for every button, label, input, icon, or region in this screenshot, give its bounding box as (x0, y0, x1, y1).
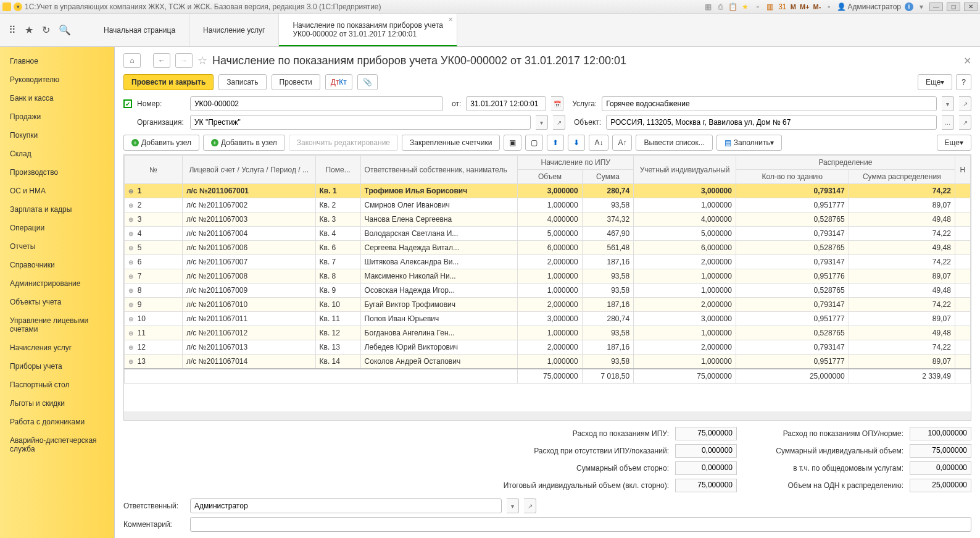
output-list-button[interactable]: Вывести список... (636, 135, 712, 151)
col-vol[interactable]: Объем (518, 170, 582, 184)
col-acc[interactable]: Лицевой счет / Услуга / Период / ... (182, 156, 315, 184)
responsible-dropdown-button[interactable]: ▾ (507, 498, 519, 513)
tab[interactable]: Начальная страница (90, 14, 189, 46)
col-n[interactable]: Н (955, 156, 970, 184)
expand-icon[interactable]: ⊕ (128, 273, 133, 280)
org-dropdown-button[interactable]: ▾ (536, 115, 548, 130)
sidebar-item[interactable]: Главное (0, 52, 114, 70)
responsible-open-button[interactable]: ↗ (524, 498, 536, 513)
col-ipu[interactable]: Начисление по ИПУ (518, 156, 634, 170)
expand-icon[interactable]: ⊕ (128, 358, 133, 365)
home-button[interactable]: ⌂ (123, 53, 141, 68)
sidebar-item[interactable]: Аварийно-диспетчерская служба (0, 431, 114, 458)
table-row[interactable]: ⊕ 6л/с №2011067007Кв. 7Шитякова Александ… (125, 255, 971, 269)
icon-6[interactable]: ▥ (766, 2, 774, 11)
table-row[interactable]: ⊕ 4л/с №2011067004Кв. 4Володарская Светл… (125, 227, 971, 241)
col-dsum[interactable]: Сумма распределения (849, 170, 955, 184)
data-grid[interactable]: № Лицевой счет / Услуга / Период / ... П… (124, 155, 971, 384)
tab[interactable]: Начисление услуг (189, 14, 279, 46)
expand-icon[interactable]: ⊕ (128, 230, 133, 237)
col-sum[interactable]: Сумма (582, 170, 634, 184)
table-row[interactable]: ⊕ 7л/с №2011067008Кв. 8Максименко Никола… (125, 269, 971, 284)
sort-asc-button[interactable]: A↓ (589, 135, 608, 151)
m-icon[interactable]: M (791, 3, 796, 11)
date-field[interactable]: 31.01.2017 12:00:01 (466, 96, 546, 111)
calendar-icon[interactable]: 31 (778, 2, 787, 11)
sidebar-item[interactable]: Льготы и скидки (0, 394, 114, 413)
horizontal-scrollbar[interactable] (124, 411, 971, 420)
apps-icon[interactable]: ⠿ (9, 24, 16, 36)
bookmark-icon[interactable]: ☆ (197, 54, 207, 67)
favorite-icon[interactable]: ★ (741, 2, 750, 11)
sidebar-item[interactable]: Зарплата и кадры (0, 200, 114, 219)
object-open-button[interactable]: ↗ (959, 115, 971, 130)
move-up-button[interactable]: ⬆ (547, 135, 564, 151)
table-row[interactable]: ⊕ 1л/с №2011067001Кв. 1Трофимов Илья Бор… (125, 184, 971, 198)
add-into-node-button[interactable]: +Добавить в узел (203, 135, 285, 151)
menu-dropdown-icon[interactable]: ▾ (14, 2, 22, 11)
org-open-button[interactable]: ↗ (553, 115, 565, 130)
col-qty[interactable]: Кол-во по зданию (736, 170, 849, 184)
sidebar-item[interactable]: Справочники (0, 256, 114, 274)
fill-button[interactable]: ▤Заполнить ▾ (716, 135, 782, 151)
expand-icon[interactable]: ⊕ (128, 344, 133, 351)
pinned-counters-button[interactable]: Закрепленные счетчики (402, 135, 500, 151)
service-open-button[interactable]: ↗ (959, 96, 971, 111)
sidebar-item[interactable]: Банк и касса (0, 89, 114, 107)
sidebar-item[interactable]: Отчеты (0, 237, 114, 256)
expand-icon[interactable]: ⊕ (128, 202, 133, 209)
expand-icon[interactable]: ⊕ (128, 287, 133, 294)
table-row[interactable]: ⊕ 11л/с №2011067012Кв. 12Богданова Ангел… (125, 326, 971, 340)
sidebar-item[interactable]: Управление лицевыми счетами (0, 311, 114, 338)
history-icon[interactable]: ↻ (42, 24, 50, 36)
sidebar-item[interactable]: Приборы учета (0, 357, 114, 376)
close-window-button[interactable]: ✕ (964, 2, 978, 11)
forward-button[interactable]: → (175, 53, 193, 68)
expand-icon[interactable]: ⊕ (128, 259, 133, 266)
tab-close-icon[interactable]: ✕ (448, 16, 453, 23)
expand-icon[interactable]: ⊕ (128, 316, 133, 322)
responsible-field[interactable]: Администратор (190, 498, 502, 513)
expand-icon[interactable]: ⊕ (128, 301, 133, 308)
maximize-button[interactable]: ◻ (947, 2, 960, 11)
object-more-button[interactable]: … (942, 115, 954, 130)
minimize-button[interactable]: — (929, 2, 943, 11)
icon-1[interactable]: ▦ (704, 2, 713, 11)
dtkt-button[interactable]: ДтКт (325, 74, 352, 90)
back-button[interactable]: ← (153, 53, 170, 68)
icon-5[interactable]: ▫ (754, 2, 762, 11)
sidebar-item[interactable]: Администрирование (0, 274, 114, 293)
table-row[interactable]: ⊕ 13л/с №2011067014Кв. 14Соколов Андрей … (125, 355, 971, 369)
sidebar-item[interactable]: Покупки (0, 126, 114, 145)
search-icon[interactable]: 🔍 (59, 24, 71, 36)
expand-icon[interactable]: ⊕ (128, 245, 133, 251)
post-button[interactable]: Провести (272, 74, 320, 90)
post-and-close-button[interactable]: Провести и закрыть (123, 74, 214, 90)
sidebar-item[interactable]: Склад (0, 145, 114, 163)
sidebar-item[interactable]: Паспортный стол (0, 376, 114, 394)
col-owner[interactable]: Ответственный собственник, наниматель (360, 156, 518, 184)
user-label[interactable]: 👤 Администратор (837, 2, 901, 11)
collapse-button[interactable]: ▢ (525, 135, 543, 151)
object-field[interactable]: РОССИЯ, 113205, Москва г, Вавилова ул, Д… (606, 115, 937, 130)
sidebar-item[interactable]: Продажи (0, 107, 114, 126)
save-button[interactable]: Записать (218, 74, 266, 90)
sidebar-item[interactable]: Начисления услуг (0, 338, 114, 357)
sidebar-item[interactable]: Производство (0, 163, 114, 182)
table-row[interactable]: ⊕ 3л/с №2011067003Кв. 3Чанова Елена Серг… (125, 212, 971, 227)
icon-2[interactable]: ⎙ (716, 2, 725, 11)
table-row[interactable]: ⊕ 2л/с №2011067002Кв. 2Смирнов Олег Иван… (125, 198, 971, 212)
table-row[interactable]: ⊕ 8л/с №2011067009Кв. 9Осовская Надежда … (125, 284, 971, 298)
add-node-button[interactable]: +Добавить узел (123, 135, 199, 151)
sidebar-item[interactable]: Руководителю (0, 70, 114, 89)
icon-3[interactable]: 📋 (729, 2, 737, 11)
service-field[interactable]: Горячее водоснабжение (602, 96, 937, 111)
grid-more-button[interactable]: Еще ▾ (937, 135, 971, 151)
more-button[interactable]: Еще ▾ (918, 74, 952, 90)
col-no[interactable]: № (125, 156, 183, 184)
sidebar-item[interactable]: ОС и НМА (0, 182, 114, 200)
number-field[interactable]: УК00-000002 (190, 96, 443, 111)
sidebar-item[interactable]: Работа с должниками (0, 413, 114, 431)
attach-button[interactable]: 📎 (357, 74, 378, 90)
service-dropdown-button[interactable]: ▾ (942, 96, 954, 111)
